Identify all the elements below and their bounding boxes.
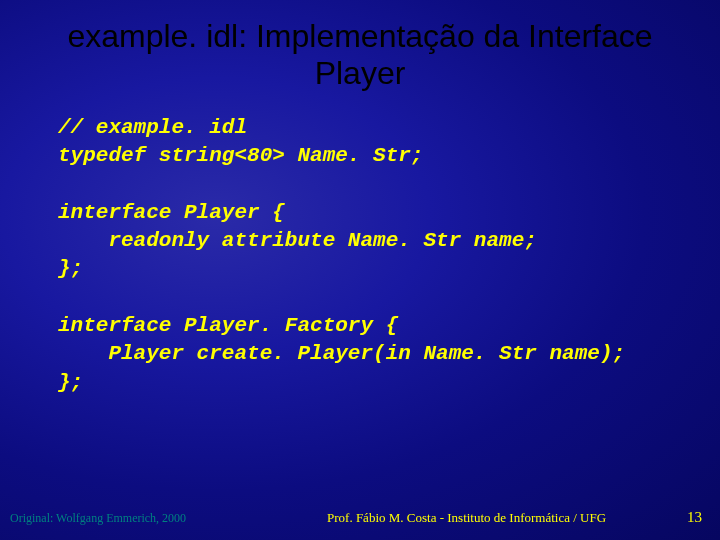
slide: example. idl: Implementação da Interface…	[0, 0, 720, 540]
code-block: // example. idl typedef string<80> Name.…	[0, 92, 720, 397]
page-number: 13	[687, 509, 702, 526]
footer-attribution: Original: Wolfgang Emmerich, 2000	[10, 511, 186, 526]
slide-title: example. idl: Implementação da Interface…	[0, 0, 720, 92]
footer-author: Prof. Fábio M. Costa - Instituto de Info…	[186, 510, 687, 526]
footer: Original: Wolfgang Emmerich, 2000 Prof. …	[0, 509, 720, 526]
